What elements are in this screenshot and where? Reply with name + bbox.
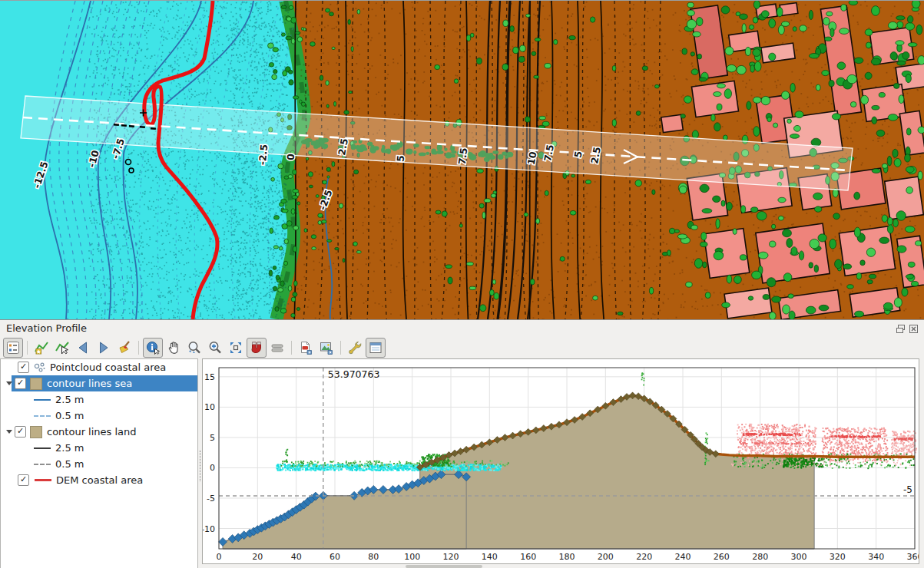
svg-text:0: 0 (217, 552, 222, 562)
layer-label: contour lines land (47, 426, 137, 438)
snapping-magnet-button[interactable] (247, 338, 267, 358)
panel-toolbar (3, 336, 386, 358)
elevation-profile-panel: Elevation Profile (0, 319, 924, 568)
svg-text:120: 120 (443, 552, 459, 562)
elevation-profile-chart[interactable]: 53.970763-502040608010012014016018020022… (202, 358, 919, 564)
toolbar-separator (340, 341, 341, 355)
svg-text:7.5: 7.5 (456, 147, 470, 165)
layer-row-dem[interactable]: DEM coastal area (1, 472, 197, 488)
svg-text:220: 220 (636, 552, 652, 562)
pan-button[interactable] (164, 338, 184, 358)
pointcloud-buildings-a (737, 424, 817, 459)
panel-title: Elevation Profile (6, 322, 87, 334)
layer-checkbox[interactable] (15, 426, 26, 438)
layer-row-pointcloud[interactable]: Pointcloud coastal area (1, 359, 197, 375)
svg-text:80: 80 (368, 552, 379, 562)
pointcloud-icon (33, 362, 47, 374)
svg-text:10: 10 (525, 150, 539, 166)
zoom-out-button[interactable] (184, 338, 204, 358)
svg-text:340: 340 (868, 552, 884, 562)
pointcloud-buildings-c (891, 431, 917, 460)
layer-row-contour-land[interactable]: contour lines land (1, 424, 197, 440)
svg-text:260: 260 (714, 552, 730, 562)
layer-label: contour lines sea (47, 378, 132, 389)
layer-checkbox[interactable] (15, 378, 26, 389)
layer-tree: Pointcloud coastal area contour lines se… (0, 358, 198, 568)
svg-text:360: 360 (907, 552, 919, 562)
svg-text:0: 0 (285, 153, 297, 160)
capture-curve-button[interactable] (31, 338, 51, 358)
zoom-in-button[interactable] (205, 338, 225, 358)
measure-button[interactable] (267, 338, 287, 358)
export-pdf-button[interactable] (296, 338, 316, 358)
qgis-window: -12.5-10-7.5-2.502.5-2.557.5107.552.5 El… (0, 0, 924, 568)
horizontal-scrollbar[interactable] (406, 565, 482, 568)
legend-label: 0.5 m (55, 410, 84, 421)
map-render: -12.5-10-7.5-2.502.5-2.557.5107.552.5 (0, 1, 924, 319)
svg-text:-2.5: -2.5 (257, 144, 270, 166)
svg-text:40: 40 (291, 552, 302, 562)
svg-text:5: 5 (210, 433, 215, 443)
layer-row-contour-sea[interactable]: contour lines sea (1, 375, 197, 391)
legend-row-land-25[interactable]: 2.5 m (1, 440, 197, 456)
svg-text:240: 240 (675, 552, 691, 562)
svg-text:0: 0 (210, 463, 215, 473)
line-symbol (34, 447, 51, 449)
line-symbol (34, 415, 51, 417)
legend-row-sea-05[interactable]: 0.5 m (1, 408, 197, 424)
layer-color-swatch (30, 426, 42, 438)
legend-label: 2.5 m (55, 442, 84, 454)
panel-titlebar: Elevation Profile (0, 321, 924, 336)
options-wrench-button[interactable] (345, 338, 365, 358)
pointcloud-buildings-a-roofline (743, 433, 801, 436)
identify-features-button[interactable] (143, 338, 163, 358)
legend-label: 2.5 m (55, 394, 84, 405)
toolbar-separator (138, 341, 139, 355)
legend-row-sea-25[interactable]: 2.5 m (1, 391, 197, 408)
svg-text:100: 100 (404, 552, 420, 562)
capture-curve-from-feature-button[interactable] (52, 338, 72, 358)
legend-label: 0.5 m (55, 458, 84, 470)
chart-render: 53.970763-502040608010012014016018020022… (203, 359, 919, 563)
nudge-left-button[interactable] (73, 338, 93, 358)
line-symbol (35, 479, 51, 481)
svg-text:5: 5 (395, 155, 407, 163)
svg-text:60: 60 (330, 552, 340, 562)
chevron-down-icon[interactable] (6, 430, 12, 434)
close-icon[interactable] (909, 324, 919, 334)
map-canvas[interactable]: -12.5-10-7.5-2.502.5-2.557.5107.552.5 (0, 0, 924, 319)
clear-button[interactable] (114, 338, 134, 358)
svg-text:300: 300 (791, 552, 807, 562)
legend-row-land-05[interactable]: 0.5 m (1, 456, 197, 472)
svg-text:15: 15 (204, 372, 215, 382)
svg-text:160: 160 (520, 552, 536, 562)
toolbar-separator (291, 341, 292, 355)
svg-text:320: 320 (830, 552, 846, 562)
zoom-full-button[interactable] (226, 338, 246, 358)
layer-label: Pointcloud coastal area (50, 362, 166, 373)
svg-text:180: 180 (559, 552, 575, 562)
line-symbol (34, 464, 51, 465)
svg-text:-5: -5 (207, 494, 215, 504)
chevron-down-icon[interactable] (6, 381, 12, 385)
dock-panel-button[interactable] (366, 338, 386, 358)
svg-text:10: 10 (204, 402, 215, 412)
svg-text:200: 200 (598, 552, 614, 562)
svg-text:-5: -5 (903, 484, 912, 495)
export-image-button[interactable] (316, 338, 336, 358)
svg-text:-10: -10 (203, 524, 215, 534)
layer-tree-toggle-button[interactable] (3, 338, 23, 358)
svg-text:280: 280 (752, 552, 768, 562)
svg-text:140: 140 (482, 552, 498, 562)
layer-checkbox[interactable] (18, 474, 29, 486)
toolbar-separator (27, 341, 28, 355)
float-icon[interactable] (896, 324, 906, 334)
layer-label: DEM coastal area (56, 474, 143, 486)
line-symbol (34, 399, 51, 401)
svg-text:20: 20 (252, 552, 263, 562)
layer-checkbox[interactable] (18, 362, 29, 373)
pointcloud-green-spike (285, 449, 288, 463)
layer-color-swatch (30, 378, 42, 390)
svg-text:53.970763: 53.970763 (328, 368, 380, 380)
nudge-right-button[interactable] (94, 338, 114, 358)
